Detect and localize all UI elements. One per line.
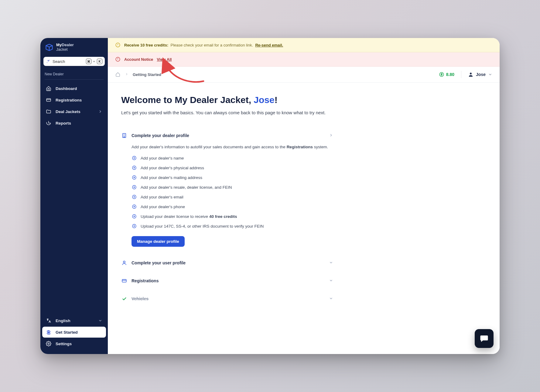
- account-notice-label: Account Notice: [124, 57, 153, 62]
- task-list: Add your dealer's name Add your dealer's…: [132, 155, 334, 229]
- sidebar-item-dashboard[interactable]: Dashboard: [42, 83, 106, 94]
- sidebar-item-reports[interactable]: Reports: [42, 117, 106, 129]
- check-icon: [121, 296, 127, 302]
- building-icon: [121, 132, 127, 139]
- plus-circle-icon: [132, 223, 137, 229]
- kbd-k: K: [97, 59, 102, 64]
- credits-banner-text: Please check your email for a confirmati…: [171, 43, 253, 47]
- plus-circle-icon: [132, 194, 137, 200]
- task-item[interactable]: Add your dealer's email: [132, 194, 334, 200]
- sidebar-item-registrations[interactable]: Registrations: [42, 94, 106, 106]
- section-user-toggle[interactable]: Complete your user profile: [121, 259, 334, 267]
- plus-circle-icon: [132, 155, 137, 161]
- section-registrations: Registrations: [121, 272, 334, 290]
- breadcrumb: Getting Started: [115, 72, 161, 77]
- view-all-link[interactable]: View All: [157, 57, 172, 62]
- folder-icon: [46, 109, 51, 114]
- chevron-right-icon: [125, 72, 128, 77]
- plus-circle-icon: [132, 175, 137, 180]
- svg-rect-2: [46, 99, 51, 101]
- svg-rect-18: [122, 280, 126, 282]
- section-vehicles: Vehicles: [121, 290, 334, 308]
- info-icon: [115, 42, 121, 48]
- card-icon: [46, 97, 51, 103]
- svg-point-1: [47, 62, 47, 63]
- dollar-icon: [439, 72, 444, 77]
- brand-icon: [45, 43, 54, 52]
- plus-circle-icon: [132, 204, 137, 209]
- kbd-cmd: ⌘: [86, 59, 91, 64]
- task-item[interactable]: Add your dealer's name: [132, 155, 334, 161]
- section-dealer-desc: Add your dealer's information to autofil…: [132, 145, 332, 149]
- credits-banner: Receive 10 free credits: Please check yo…: [108, 38, 500, 52]
- account-notice-banner: Account Notice View All: [108, 52, 500, 67]
- section-user-profile: Complete your user profile: [121, 254, 334, 272]
- sidebar-section-label: New Dealer: [40, 70, 108, 77]
- chevron-down-icon: [329, 278, 334, 283]
- manage-dealer-profile-button[interactable]: Manage dealer profile: [132, 236, 185, 247]
- settings-link[interactable]: Settings: [42, 338, 106, 349]
- user-icon: [468, 72, 473, 77]
- search-box[interactable]: Search ⌘ + K: [43, 57, 105, 66]
- gear-icon: [46, 341, 51, 346]
- card-icon: [121, 278, 127, 284]
- sidebar-bottom: English Get Started Settings: [40, 315, 108, 350]
- topbar: Getting Started 8.80 Jose: [108, 67, 500, 83]
- alert-icon: [115, 57, 121, 62]
- task-item[interactable]: Add your dealer's physical address: [132, 165, 334, 170]
- piechart-icon: [46, 120, 51, 126]
- task-item[interactable]: Add your dealer's resale, dealer license…: [132, 184, 334, 190]
- chevron-down-icon: [488, 72, 492, 77]
- svg-point-3: [48, 343, 50, 345]
- credits-banner-strong: Receive 10 free credits:: [124, 43, 168, 47]
- brand-logo[interactable]: MyDealer Jacket: [40, 42, 108, 55]
- sparkle-icon: [46, 59, 51, 64]
- home-icon: [46, 86, 51, 91]
- credits-balance[interactable]: 8.80: [439, 72, 454, 77]
- main: Receive 10 free credits: Please check yo…: [108, 38, 500, 354]
- chevron-down-icon: [329, 296, 334, 301]
- plus-circle-icon: [132, 214, 137, 219]
- svg-point-0: [49, 60, 50, 60]
- plus-circle-icon: [132, 165, 137, 170]
- resend-email-link[interactable]: Re-send email.: [255, 43, 283, 47]
- svg-point-17: [123, 261, 125, 263]
- task-item[interactable]: Add your dealer's mailing address: [132, 175, 334, 180]
- section-vehicles-toggle[interactable]: Vehicles: [121, 294, 334, 303]
- sidebar-divider: [45, 79, 104, 80]
- chevron-down-icon: [98, 318, 102, 323]
- breadcrumb-home-icon[interactable]: [115, 72, 121, 77]
- section-registrations-toggle[interactable]: Registrations: [121, 277, 334, 285]
- section-dealer-toggle[interactable]: Complete your dealer profile: [121, 131, 334, 140]
- chevron-right-icon: [329, 133, 334, 138]
- topbar-divider: [461, 71, 461, 78]
- chat-fab[interactable]: [475, 329, 494, 348]
- language-selector[interactable]: English: [42, 315, 106, 326]
- signpost-icon: [46, 329, 51, 335]
- content: Welcome to My Dealer Jacket, Jose! Let's…: [108, 83, 500, 354]
- task-item[interactable]: Upload your dealer license to receive 40…: [132, 214, 334, 219]
- user-icon: [121, 260, 127, 266]
- chevron-right-icon: [98, 109, 102, 114]
- get-started-link[interactable]: Get Started: [42, 327, 106, 338]
- translate-icon: [46, 318, 51, 323]
- breadcrumb-current: Getting Started: [133, 72, 161, 77]
- chevron-down-icon: [329, 260, 334, 265]
- task-item[interactable]: Upload your 147C, SS-4, or other IRS doc…: [132, 223, 334, 229]
- task-item[interactable]: Add your dealer's phone: [132, 204, 334, 209]
- section-dealer-profile: Complete your dealer profile Add your de…: [121, 127, 334, 254]
- page-title: Welcome to My Dealer Jacket, Jose!: [121, 95, 486, 105]
- sidebar-item-deal-jackets[interactable]: Deal Jackets: [42, 106, 106, 117]
- search-label: Search: [53, 59, 84, 64]
- plus-circle-icon: [132, 184, 137, 190]
- svg-point-7: [470, 73, 472, 74]
- page-subhead: Let's get you started with the basics. Y…: [121, 110, 486, 115]
- user-menu[interactable]: Jose: [468, 72, 492, 77]
- kbd-plus: +: [93, 60, 95, 63]
- sidebar: MyDealer Jacket Search ⌘ + K New Dealer …: [40, 38, 108, 354]
- brand-text: MyDealer Jacket: [56, 43, 74, 52]
- sidebar-nav: Dashboard Registrations Deal Jackets Rep…: [40, 82, 108, 129]
